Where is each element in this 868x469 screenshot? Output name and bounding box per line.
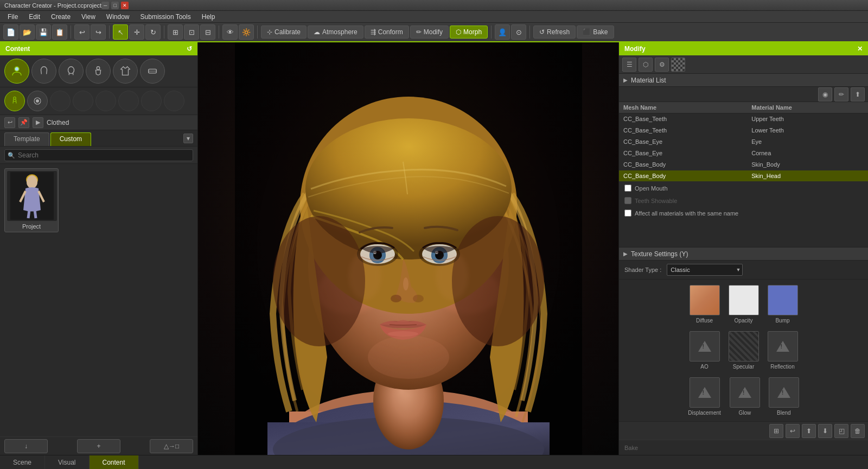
maximize-button[interactable]: □ bbox=[111, 2, 119, 9]
texture-settings-header[interactable]: ▶ Texture Settings (Y) bbox=[619, 248, 868, 261]
material-row-1[interactable]: CC_Base_TeethLower Teeth bbox=[619, 125, 868, 136]
view-button-1[interactable]: ⊞ bbox=[168, 24, 183, 40]
breadcrumb-forward[interactable]: ▶ bbox=[33, 117, 43, 128]
footer-add-button[interactable]: + bbox=[77, 439, 120, 453]
material-row-2[interactable]: CC_Base_EyeEye bbox=[619, 136, 868, 148]
morph-button[interactable]: ⬡ Morph bbox=[450, 26, 488, 39]
specular-swatch[interactable] bbox=[729, 331, 759, 362]
clothing-icon[interactable] bbox=[113, 59, 138, 84]
reflection-swatch[interactable] bbox=[768, 331, 798, 362]
render-button[interactable]: 🔆 bbox=[239, 24, 254, 40]
tab-expand-button[interactable]: ▾ bbox=[183, 134, 193, 143]
circle-empty-1[interactable] bbox=[50, 91, 71, 111]
character-icon[interactable] bbox=[4, 59, 29, 84]
undo-button[interactable]: ↩ bbox=[74, 24, 90, 40]
menu-edit[interactable]: Edit bbox=[23, 12, 46, 22]
menu-view[interactable]: View bbox=[76, 12, 101, 22]
svg-line-15 bbox=[35, 210, 36, 218]
circle-empty-4[interactable] bbox=[118, 91, 139, 111]
material-list-header[interactable]: ▶ Material List bbox=[619, 74, 868, 87]
footer-merge-button[interactable]: △→□ bbox=[150, 439, 193, 453]
modify-close-icon[interactable]: ✕ bbox=[857, 45, 863, 53]
save-button[interactable]: 💾 bbox=[36, 24, 51, 40]
circle-empty-6[interactable] bbox=[164, 91, 184, 111]
morph-circle-icon[interactable] bbox=[27, 91, 48, 111]
atmosphere-button[interactable]: ☁ Atmosphere bbox=[308, 26, 363, 39]
open-button[interactable]: 📂 bbox=[20, 24, 35, 40]
save-as-button[interactable]: 📋 bbox=[52, 24, 67, 40]
breadcrumb-pin[interactable]: 📌 bbox=[18, 117, 29, 128]
body-icon[interactable] bbox=[86, 59, 111, 84]
displacement-swatch[interactable] bbox=[690, 377, 720, 408]
breadcrumb-back[interactable]: ↩ bbox=[4, 117, 15, 128]
viewport[interactable] bbox=[198, 42, 618, 455]
mat-edit-btn[interactable]: ✏ bbox=[834, 87, 848, 102]
circle-empty-3[interactable] bbox=[95, 91, 116, 111]
footer-down-button[interactable]: ↓ bbox=[4, 439, 48, 453]
opacity-swatch[interactable] bbox=[729, 285, 759, 315]
move-button[interactable]: ✛ bbox=[129, 24, 144, 40]
rotate-button[interactable]: ↻ bbox=[145, 24, 161, 40]
tb-extra-1[interactable]: 👤 bbox=[495, 24, 510, 40]
rbt-btn-2[interactable]: ↩ bbox=[786, 424, 800, 438]
head-icon[interactable] bbox=[59, 59, 84, 84]
mat-sphere-btn[interactable]: ◉ bbox=[818, 87, 832, 102]
menu-window[interactable]: Window bbox=[101, 12, 135, 22]
rbt-btn-1[interactable]: ⊞ bbox=[769, 424, 783, 438]
redo-button[interactable]: ↪ bbox=[91, 24, 106, 40]
material-row-3[interactable]: CC_Base_EyeCornea bbox=[619, 148, 868, 159]
right-tb-settings[interactable]: ⚙ bbox=[655, 58, 669, 72]
open-mouth-checkbox[interactable] bbox=[624, 185, 631, 192]
checker-button[interactable] bbox=[671, 58, 685, 72]
menu-submission-tools[interactable]: Submission Tools bbox=[135, 12, 196, 22]
close-button[interactable]: ✕ bbox=[121, 2, 129, 9]
right-tb-morph[interactable]: ⬡ bbox=[639, 58, 653, 72]
bake-button[interactable]: ⬛ Bake bbox=[577, 26, 614, 39]
mat-import-btn[interactable]: ⬆ bbox=[851, 87, 865, 102]
tb-extra-2[interactable]: ⊙ bbox=[511, 24, 526, 40]
view-button-2[interactable]: ⊡ bbox=[184, 24, 199, 40]
rbt-btn-3[interactable]: ⬆ bbox=[802, 424, 816, 438]
modify-button[interactable]: ✏ Modify bbox=[410, 26, 449, 39]
menu-file[interactable]: File bbox=[2, 12, 23, 22]
svg-line-14 bbox=[28, 210, 29, 218]
rbt-btn-6[interactable]: 🗑 bbox=[851, 424, 865, 438]
bump-swatch[interactable] bbox=[768, 285, 798, 315]
camera-button[interactable]: 👁 bbox=[222, 24, 238, 40]
menu-create[interactable]: Create bbox=[46, 12, 76, 22]
statusbar-scene[interactable]: Scene bbox=[0, 455, 45, 469]
tab-template[interactable]: Template bbox=[4, 132, 49, 146]
circle-empty-5[interactable] bbox=[141, 91, 162, 111]
calibrate-button[interactable]: ⊹ Calibrate bbox=[261, 26, 307, 39]
conform-button[interactable]: ⇶ Conform bbox=[365, 26, 409, 39]
search-input[interactable] bbox=[4, 149, 193, 161]
affect-all-checkbox[interactable] bbox=[624, 210, 631, 217]
circle-empty-2[interactable] bbox=[73, 91, 93, 111]
minimize-button[interactable]: ─ bbox=[101, 2, 109, 9]
tab-custom[interactable]: Custom bbox=[50, 132, 91, 146]
refresh-button[interactable]: ↺ Refresh bbox=[533, 26, 576, 39]
pose-icon[interactable] bbox=[4, 91, 25, 111]
material-row-0[interactable]: CC_Base_TeethUpper Teeth bbox=[619, 113, 868, 125]
new-button[interactable]: 📄 bbox=[3, 24, 18, 40]
menu-help[interactable]: Help bbox=[196, 12, 221, 22]
statusbar-content[interactable]: Content bbox=[90, 455, 139, 469]
accessory-icon[interactable] bbox=[140, 59, 165, 84]
modify-header: Modify ✕ bbox=[619, 42, 868, 55]
right-tb-sliders[interactable]: ☰ bbox=[622, 58, 636, 72]
diffuse-swatch[interactable] bbox=[690, 285, 720, 315]
ao-swatch[interactable] bbox=[690, 331, 720, 362]
project-thumbnail[interactable]: Project bbox=[4, 168, 59, 232]
view-button-3[interactable]: ⊟ bbox=[200, 24, 215, 40]
content-refresh-icon[interactable]: ↺ bbox=[187, 45, 192, 53]
hair-icon[interactable] bbox=[31, 59, 56, 84]
rbt-btn-4[interactable]: ⬇ bbox=[818, 424, 832, 438]
select-button[interactable]: ↖ bbox=[113, 24, 128, 40]
shader-type-select[interactable]: Classic PBR SSS bbox=[667, 264, 743, 276]
blend-swatch[interactable] bbox=[769, 377, 799, 408]
material-row-4[interactable]: CC_Base_BodySkin_Body bbox=[619, 159, 868, 170]
rbt-btn-5[interactable]: ◰ bbox=[834, 424, 848, 438]
glow-swatch[interactable] bbox=[730, 377, 760, 408]
material-row-5[interactable]: CC_Base_BodySkin_Head bbox=[619, 170, 868, 182]
statusbar-visual[interactable]: Visual bbox=[45, 455, 89, 469]
